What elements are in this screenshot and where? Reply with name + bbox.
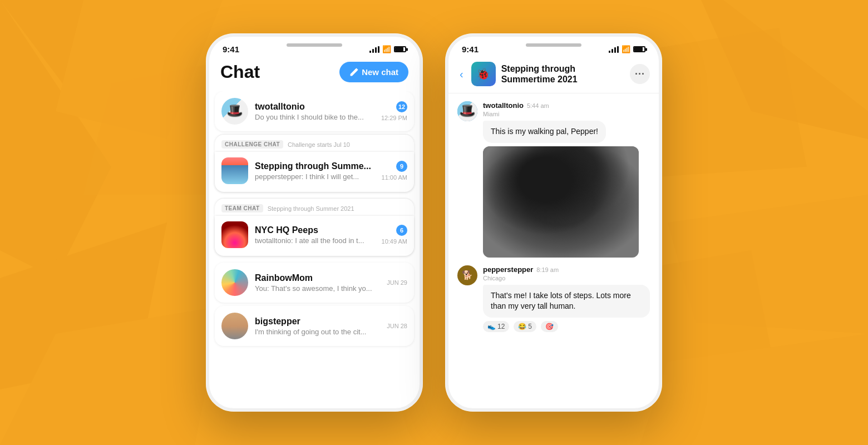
chat-time-twotalltonio: 12:29 PM: [381, 115, 407, 121]
chat-item-bigstepper[interactable]: bigstepper I'm thinking of going out to …: [215, 306, 414, 346]
chat-time-bigstepper: JUN 28: [387, 323, 407, 329]
message-reactions: 👟 12 😂 5 🎯: [483, 321, 650, 332]
chat-meta-challenge: 9 11:00 AM: [382, 161, 407, 181]
msg-name-2: pepperstepper: [483, 265, 533, 274]
status-time-2: 9:41: [462, 44, 479, 54]
chat-list: twotalltonio Do you think I should bike …: [209, 91, 420, 408]
battery-icon-2: [633, 46, 645, 52]
chat-meta-twotalltonio: 12 12:29 PM: [381, 101, 407, 121]
challenge-subtitle: Challenge starts Jul 10: [288, 141, 350, 148]
msg-content-2: pepperstepper 8:19 am Chicago That's me!…: [483, 265, 650, 332]
battery-icon-1: [394, 46, 406, 52]
chat-item-nyc[interactable]: NYC HQ Peeps twotalltonio: I ate all the…: [215, 216, 414, 256]
phone-chat-view: 9:41 📶 ‹ 🐞: [445, 33, 662, 412]
avatar-challenge: [221, 157, 248, 184]
status-time-1: 9:41: [223, 44, 239, 54]
chat-meta-rainbowmom: JUN 29: [387, 279, 407, 286]
badge-twotalltonio: 12: [396, 101, 407, 112]
chat-time-rainbowmom: JUN 29: [387, 279, 407, 286]
reaction-laugh[interactable]: 😂 5: [514, 321, 536, 332]
chat-info-twotalltonio: twotalltonio Do you think I should bike …: [255, 102, 374, 121]
chat-info-nyc: NYC HQ Peeps twotalltonio: I ate all the…: [255, 225, 375, 245]
chat-name-rainbowmom: RainbowMom: [255, 273, 380, 283]
msg-time-1: 5:44 am: [527, 102, 549, 109]
chat-nav-info: Stepping through Summertime 2021: [501, 63, 624, 85]
chat-name-bigstepper: bigstepper: [255, 317, 380, 327]
reaction-target[interactable]: 🎯: [541, 321, 558, 332]
msg-header-1: twotalltonio 5:44 am: [483, 101, 650, 110]
chat-header: Chat New chat: [209, 57, 420, 91]
chat-name-nyc: NYC HQ Peeps: [255, 225, 375, 235]
chat-messages: twotalltonio 5:44 am Miami This is my wa…: [448, 93, 659, 408]
new-chat-label: New chat: [362, 67, 398, 77]
chat-time-challenge: 11:00 AM: [382, 174, 407, 181]
avatar-twotalltonio: [221, 98, 248, 125]
badge-nyc: 6: [396, 225, 407, 236]
msg-name-1: twotalltonio: [483, 101, 524, 110]
msg-bubble-1: This is my walking pal, Pepper!: [483, 121, 606, 143]
phone-notch-2: [526, 43, 581, 47]
msg-content-1: twotalltonio 5:44 am Miami This is my wa…: [483, 101, 650, 258]
signal-icon-1: [369, 46, 379, 53]
status-icons-2: 📶: [609, 45, 645, 53]
chat-meta-nyc: 6 10:49 AM: [382, 225, 407, 245]
edit-icon: [349, 68, 358, 77]
status-icons-1: 📶: [369, 45, 406, 53]
wifi-icon-2: 📶: [622, 45, 630, 53]
chat-info-rainbowmom: RainbowMom You: That's so awesome, I thi…: [255, 273, 380, 293]
chat-info-bigstepper: bigstepper I'm thinking of going out to …: [255, 317, 380, 336]
chat-preview-bigstepper: I'm thinking of going out to the cit...: [255, 328, 380, 336]
chat-info-challenge: Stepping through Summe... pepperstepper:…: [255, 161, 375, 181]
msg-location-1: Miami: [483, 111, 650, 117]
avatar-bigstepper: [221, 313, 248, 339]
msg-location-2: Chicago: [483, 275, 650, 281]
badge-challenge: 9: [396, 161, 407, 172]
team-subtitle: Stepping through Summer 2021: [268, 205, 354, 212]
team-tag: TEAM CHAT: [221, 204, 263, 212]
status-bar-2: 9:41 📶: [448, 37, 659, 57]
msg-avatar-pepperstepper: 🐕: [457, 265, 477, 285]
msg-avatar-twotalltonio: [457, 101, 477, 121]
reaction-shoe[interactable]: 👟 12: [483, 321, 509, 332]
chat-preview-twotalltonio: Do you think I should bike to the...: [255, 113, 374, 121]
avatar-nyc: [221, 221, 248, 248]
challenge-tag: CHALLENGE CHAT: [221, 140, 283, 149]
reaction-shoe-emoji: 👟: [487, 323, 496, 330]
phone-chat-list: 9:41 📶 Chat: [206, 33, 423, 412]
chat-nav-name: Stepping through Summertime 2021: [501, 63, 624, 85]
chat-preview-rainbowmom: You: That's so awesome, I think yo...: [255, 284, 380, 293]
nav-avatar-summertime: 🐞: [471, 62, 496, 86]
chat-item-challenge[interactable]: Stepping through Summe... pepperstepper:…: [215, 152, 414, 192]
msg-image-dog: [483, 146, 639, 258]
signal-icon-2: [609, 46, 619, 53]
new-chat-button[interactable]: New chat: [339, 62, 408, 82]
chat-name-challenge: Stepping through Summe...: [255, 161, 375, 171]
reaction-laugh-emoji: 😂: [518, 323, 526, 330]
status-bar-1: 9:41 📶: [209, 37, 420, 57]
chat-time-nyc: 10:49 AM: [382, 238, 407, 245]
phones-container: 9:41 📶 Chat: [206, 33, 662, 412]
message-group-2: 🐕 pepperstepper 8:19 am Chicago That's m…: [457, 265, 650, 332]
chat-item-twotalltonio[interactable]: twotalltonio Do you think I should bike …: [215, 91, 414, 131]
msg-time-2: 8:19 am: [536, 266, 559, 273]
back-button[interactable]: ‹: [457, 66, 466, 83]
msg-bubble-2: That's me! I take lots of steps. Lots mo…: [483, 285, 650, 318]
chat-preview-challenge: pepperstepper: I think I will get...: [255, 172, 375, 181]
reaction-laugh-count: 5: [528, 323, 532, 330]
reaction-target-emoji: 🎯: [545, 323, 554, 330]
chat-nav: ‹ 🐞 Stepping through Summertime 2021 ···: [448, 57, 659, 93]
reaction-shoe-count: 12: [497, 323, 505, 330]
msg-header-2: pepperstepper 8:19 am: [483, 265, 650, 274]
chat-name-twotalltonio: twotalltonio: [255, 102, 374, 112]
phone-notch: [287, 43, 342, 47]
chat-group-team: TEAM CHAT Stepping through Summer 2021 N…: [215, 199, 414, 259]
challenge-section-header: CHALLENGE CHAT Challenge starts Jul 10: [215, 135, 414, 152]
message-group-1: twotalltonio 5:44 am Miami This is my wa…: [457, 101, 650, 258]
chat-group-challenge: CHALLENGE CHAT Challenge starts Jul 10 S…: [215, 135, 414, 195]
chat-item-rainbowmom[interactable]: RainbowMom You: That's so awesome, I thi…: [215, 263, 414, 303]
more-options-button[interactable]: ···: [630, 64, 650, 84]
team-section-header: TEAM CHAT Stepping through Summer 2021: [215, 199, 414, 216]
avatar-rainbowmom: [221, 269, 248, 296]
chat-page-title: Chat: [220, 62, 260, 82]
chat-meta-bigstepper: JUN 28: [387, 323, 407, 329]
